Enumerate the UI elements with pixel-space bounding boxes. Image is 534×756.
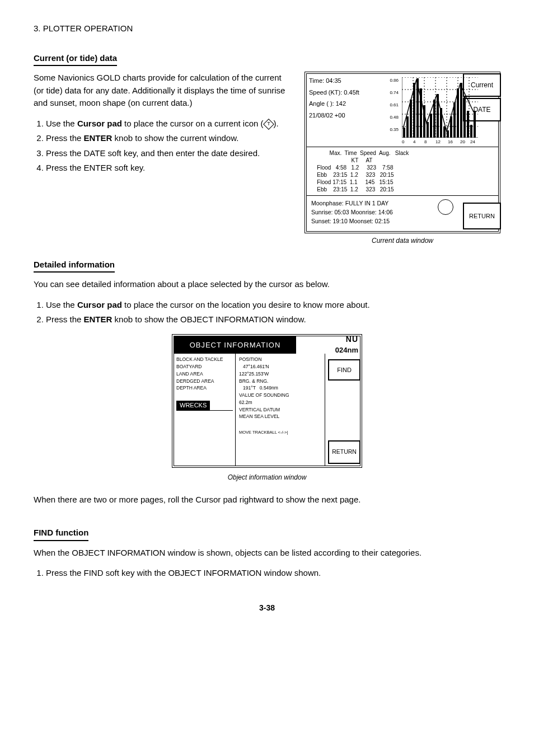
obj-window-caption: Object information window bbox=[34, 472, 500, 482]
svg-rect-31 bbox=[463, 97, 466, 138]
step-3: Press the DATE soft key, and then enter … bbox=[46, 147, 291, 160]
current-icon bbox=[263, 119, 274, 130]
speed-label: Speed (KT): 0.45ft bbox=[309, 88, 383, 97]
tide-header: Max. Time Speed Aug. Slack KT AT bbox=[312, 150, 409, 163]
object-categories: BLOCK AND TACKLE BOATYARD LAND AREA DERD… bbox=[174, 354, 236, 466]
step-1-bold: Cursor pad bbox=[77, 119, 122, 128]
detail-line: POSITION bbox=[239, 356, 321, 363]
object-info-window: NU 024nm FIND RETURN OBJECT INFORMATION … bbox=[172, 334, 362, 468]
ytick: 0.74 bbox=[390, 90, 399, 96]
dstep1-pre: Use the bbox=[46, 300, 77, 309]
tide-table: Max. Time Speed Aug. Slack KT AT Flood 4… bbox=[307, 147, 498, 195]
date-value: 21/08/02 +00 bbox=[309, 111, 383, 120]
page-section-header: 3. PLOTTER OPERATION bbox=[34, 22, 500, 35]
detailed-step-1: Use the Cursor pad to place the cursor o… bbox=[46, 299, 500, 312]
svg-rect-34 bbox=[474, 111, 476, 138]
detail-line: 191°T 0.549nm bbox=[239, 384, 321, 392]
xtick: 8 bbox=[424, 139, 427, 145]
step-2-pre: Press the bbox=[46, 133, 84, 143]
detail-line: MEAN SEA LEVEL bbox=[239, 413, 321, 420]
xtick: 24 bbox=[470, 139, 475, 145]
xtick: 12 bbox=[435, 139, 441, 145]
moon-icon bbox=[438, 199, 453, 215]
current-intro-para: Some Navionics GOLD charts provide for c… bbox=[34, 72, 291, 110]
cat-item: DERDGED AREA bbox=[176, 378, 233, 385]
detail-line: VALUE OF SOUNDING bbox=[239, 392, 321, 399]
current-window: Current DATE RETURN Time: 04:35 Speed (K… bbox=[305, 72, 500, 233]
svg-rect-22 bbox=[433, 100, 435, 138]
xtick: 16 bbox=[448, 139, 453, 145]
wrecks-selected[interactable]: WRECKS bbox=[176, 401, 210, 410]
page-number: 3-38 bbox=[34, 602, 500, 614]
pages-hint: When there are two or more pages, roll t… bbox=[34, 494, 500, 506]
moonphase: Moonphase: FULLY IN 1 DAY bbox=[311, 199, 494, 208]
object-info-title: OBJECT INFORMATION bbox=[174, 336, 296, 354]
detailed-step-2: Press the ENTER knob to show the OBJECT … bbox=[46, 313, 500, 326]
cat-item: BLOCK AND TACKLE bbox=[176, 356, 233, 363]
step-1: Use the Cursor pad to place the cursor o… bbox=[46, 118, 291, 130]
svg-rect-14 bbox=[406, 116, 409, 138]
detail-line: VERTICAL DATUM bbox=[239, 406, 321, 414]
dstep2-pre: Press the bbox=[46, 314, 84, 324]
moon-info: Moonphase: FULLY IN 1 DAY Sunrise: 05:03… bbox=[307, 195, 498, 231]
detail-line: 122°25.153'W bbox=[239, 370, 321, 378]
dstep1-bold: Cursor pad bbox=[77, 300, 122, 309]
svg-rect-21 bbox=[430, 114, 432, 138]
divider bbox=[176, 410, 233, 411]
xtick: 20 bbox=[460, 139, 465, 145]
step-1-pre: Use the bbox=[46, 119, 77, 128]
find-para: When the OBJECT INFORMATION window is sh… bbox=[34, 547, 500, 560]
current-graph: 0.86 0.74 0.61 0.48 0.35 0 4 8 12 16 20 … bbox=[385, 74, 498, 147]
detailed-para: You can see detailed information about a… bbox=[34, 278, 500, 291]
svg-rect-33 bbox=[470, 125, 472, 138]
find-step-1: Press the FIND soft key with the OBJECT … bbox=[46, 567, 500, 580]
current-window-caption: Current data window bbox=[305, 236, 500, 246]
svg-rect-25 bbox=[443, 126, 446, 138]
xtick: 0 bbox=[402, 139, 404, 145]
step-1-post: to place the cursor on a current icon ( bbox=[122, 119, 264, 128]
step-2: Press the ENTER knob to show the current… bbox=[46, 132, 291, 145]
step-1-end: ). bbox=[274, 119, 279, 128]
section-find-title: FIND function bbox=[34, 527, 88, 541]
svg-rect-15 bbox=[410, 100, 412, 138]
object-details: POSITION 47°16.461'N 122°25.153'W BRG. &… bbox=[236, 354, 325, 466]
move-trackball-hint: MOVE TRACKBALL <-/->| bbox=[239, 429, 321, 435]
step-4: Press the ENTER soft key. bbox=[46, 162, 291, 175]
angle-label: Angle ( ): 142 bbox=[309, 99, 383, 109]
svg-rect-13 bbox=[403, 128, 405, 138]
sunrise-moonrise: Sunrise: 05:03 Moonrise: 14:06 bbox=[311, 208, 494, 217]
time-label: Time: 04:35 bbox=[309, 76, 383, 86]
section-detailed-title: Detailed information bbox=[34, 259, 115, 273]
section-current-title: Current (or tide) data bbox=[34, 52, 117, 67]
step-2-bold: ENTER bbox=[84, 133, 113, 143]
ytick: 0.35 bbox=[390, 126, 399, 133]
svg-rect-32 bbox=[467, 111, 469, 138]
sunset-moonset: Sunset: 19:10 Moonset: 02:15 bbox=[311, 217, 494, 226]
ytick: 0.86 bbox=[390, 77, 399, 84]
cat-item: LAND AREA bbox=[176, 370, 233, 378]
bar-chart-svg bbox=[402, 77, 478, 138]
cat-item: BOATYARD bbox=[176, 363, 233, 370]
svg-rect-20 bbox=[427, 122, 429, 138]
detail-line: BRG. & RNG. bbox=[239, 378, 321, 385]
xtick: 4 bbox=[413, 139, 415, 145]
dstep1-post: to place the cursor on the location you … bbox=[122, 300, 370, 309]
svg-rect-30 bbox=[460, 83, 462, 138]
ytick: 0.61 bbox=[390, 102, 399, 109]
detail-line: 62.2m bbox=[239, 399, 321, 406]
ytick: 0.48 bbox=[390, 114, 399, 121]
dstep2-bold: ENTER bbox=[84, 314, 113, 324]
step-2-post: knob to show the current window. bbox=[112, 133, 238, 143]
detail-line: 47°16.461'N bbox=[239, 363, 321, 370]
dstep2-post: knob to show the OBJECT INFORMATION wind… bbox=[112, 314, 306, 324]
tide-rows: Flood 4:58 1.2 323 7:58 Ebb 23:15 1.2 32… bbox=[312, 165, 394, 192]
cat-item: DEPTH AREA bbox=[176, 384, 233, 392]
